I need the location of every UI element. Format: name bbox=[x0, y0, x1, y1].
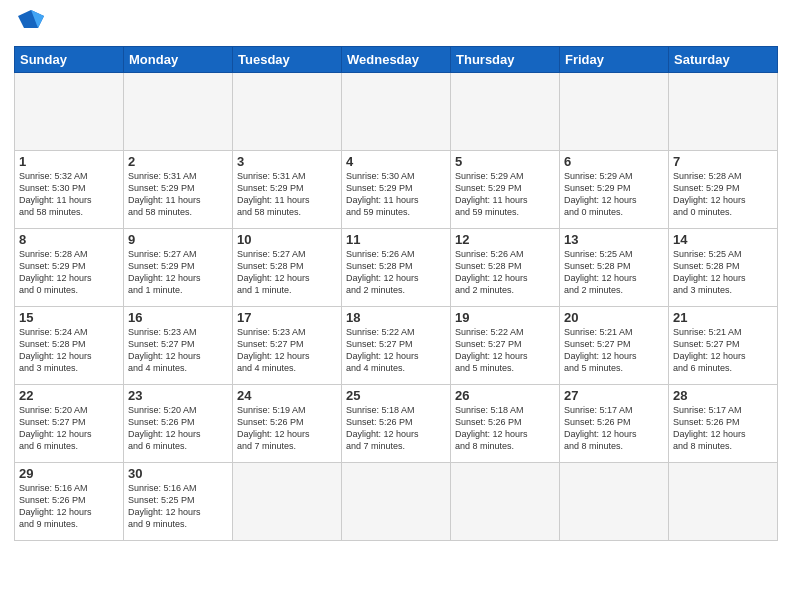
calendar-cell: 9Sunrise: 5:27 AM Sunset: 5:29 PM Daylig… bbox=[124, 229, 233, 307]
calendar-cell: 19Sunrise: 5:22 AM Sunset: 5:27 PM Dayli… bbox=[451, 307, 560, 385]
calendar-container: SundayMondayTuesdayWednesdayThursdayFrid… bbox=[0, 0, 792, 612]
day-info: Sunrise: 5:27 AM Sunset: 5:28 PM Dayligh… bbox=[237, 248, 337, 297]
day-number: 8 bbox=[19, 232, 119, 247]
calendar-cell: 25Sunrise: 5:18 AM Sunset: 5:26 PM Dayli… bbox=[342, 385, 451, 463]
day-number: 25 bbox=[346, 388, 446, 403]
calendar-cell: 20Sunrise: 5:21 AM Sunset: 5:27 PM Dayli… bbox=[560, 307, 669, 385]
day-number: 5 bbox=[455, 154, 555, 169]
day-number: 12 bbox=[455, 232, 555, 247]
calendar-table: SundayMondayTuesdayWednesdayThursdayFrid… bbox=[14, 46, 778, 541]
col-header-monday: Monday bbox=[124, 47, 233, 73]
calendar-cell bbox=[560, 73, 669, 151]
calendar-cell: 14Sunrise: 5:25 AM Sunset: 5:28 PM Dayli… bbox=[669, 229, 778, 307]
day-number: 14 bbox=[673, 232, 773, 247]
day-number: 26 bbox=[455, 388, 555, 403]
calendar-cell: 21Sunrise: 5:21 AM Sunset: 5:27 PM Dayli… bbox=[669, 307, 778, 385]
calendar-cell: 28Sunrise: 5:17 AM Sunset: 5:26 PM Dayli… bbox=[669, 385, 778, 463]
calendar-cell: 12Sunrise: 5:26 AM Sunset: 5:28 PM Dayli… bbox=[451, 229, 560, 307]
day-number: 3 bbox=[237, 154, 337, 169]
day-number: 20 bbox=[564, 310, 664, 325]
day-number: 27 bbox=[564, 388, 664, 403]
calendar-cell: 27Sunrise: 5:17 AM Sunset: 5:26 PM Dayli… bbox=[560, 385, 669, 463]
day-number: 6 bbox=[564, 154, 664, 169]
header bbox=[14, 10, 778, 40]
day-info: Sunrise: 5:28 AM Sunset: 5:29 PM Dayligh… bbox=[673, 170, 773, 219]
day-info: Sunrise: 5:27 AM Sunset: 5:29 PM Dayligh… bbox=[128, 248, 228, 297]
day-number: 21 bbox=[673, 310, 773, 325]
day-info: Sunrise: 5:23 AM Sunset: 5:27 PM Dayligh… bbox=[128, 326, 228, 375]
day-info: Sunrise: 5:24 AM Sunset: 5:28 PM Dayligh… bbox=[19, 326, 119, 375]
calendar-cell bbox=[342, 73, 451, 151]
day-number: 1 bbox=[19, 154, 119, 169]
day-info: Sunrise: 5:22 AM Sunset: 5:27 PM Dayligh… bbox=[455, 326, 555, 375]
day-number: 28 bbox=[673, 388, 773, 403]
day-info: Sunrise: 5:20 AM Sunset: 5:26 PM Dayligh… bbox=[128, 404, 228, 453]
calendar-cell: 3Sunrise: 5:31 AM Sunset: 5:29 PM Daylig… bbox=[233, 151, 342, 229]
day-number: 10 bbox=[237, 232, 337, 247]
day-number: 19 bbox=[455, 310, 555, 325]
calendar-week-row: 1Sunrise: 5:32 AM Sunset: 5:30 PM Daylig… bbox=[15, 151, 778, 229]
calendar-cell: 11Sunrise: 5:26 AM Sunset: 5:28 PM Dayli… bbox=[342, 229, 451, 307]
day-number: 13 bbox=[564, 232, 664, 247]
day-info: Sunrise: 5:19 AM Sunset: 5:26 PM Dayligh… bbox=[237, 404, 337, 453]
col-header-saturday: Saturday bbox=[669, 47, 778, 73]
day-number: 4 bbox=[346, 154, 446, 169]
day-number: 11 bbox=[346, 232, 446, 247]
calendar-cell bbox=[124, 73, 233, 151]
day-info: Sunrise: 5:28 AM Sunset: 5:29 PM Dayligh… bbox=[19, 248, 119, 297]
day-number: 30 bbox=[128, 466, 228, 481]
day-number: 15 bbox=[19, 310, 119, 325]
calendar-cell bbox=[451, 73, 560, 151]
day-info: Sunrise: 5:21 AM Sunset: 5:27 PM Dayligh… bbox=[673, 326, 773, 375]
day-number: 17 bbox=[237, 310, 337, 325]
day-info: Sunrise: 5:16 AM Sunset: 5:26 PM Dayligh… bbox=[19, 482, 119, 531]
calendar-cell: 15Sunrise: 5:24 AM Sunset: 5:28 PM Dayli… bbox=[15, 307, 124, 385]
day-number: 18 bbox=[346, 310, 446, 325]
day-info: Sunrise: 5:25 AM Sunset: 5:28 PM Dayligh… bbox=[673, 248, 773, 297]
calendar-cell: 1Sunrise: 5:32 AM Sunset: 5:30 PM Daylig… bbox=[15, 151, 124, 229]
day-info: Sunrise: 5:25 AM Sunset: 5:28 PM Dayligh… bbox=[564, 248, 664, 297]
logo-icon bbox=[16, 6, 46, 40]
calendar-cell: 22Sunrise: 5:20 AM Sunset: 5:27 PM Dayli… bbox=[15, 385, 124, 463]
calendar-cell: 10Sunrise: 5:27 AM Sunset: 5:28 PM Dayli… bbox=[233, 229, 342, 307]
calendar-cell: 6Sunrise: 5:29 AM Sunset: 5:29 PM Daylig… bbox=[560, 151, 669, 229]
col-header-wednesday: Wednesday bbox=[342, 47, 451, 73]
calendar-cell: 18Sunrise: 5:22 AM Sunset: 5:27 PM Dayli… bbox=[342, 307, 451, 385]
col-header-thursday: Thursday bbox=[451, 47, 560, 73]
day-number: 23 bbox=[128, 388, 228, 403]
day-number: 2 bbox=[128, 154, 228, 169]
calendar-week-row: 8Sunrise: 5:28 AM Sunset: 5:29 PM Daylig… bbox=[15, 229, 778, 307]
day-info: Sunrise: 5:17 AM Sunset: 5:26 PM Dayligh… bbox=[564, 404, 664, 453]
day-number: 7 bbox=[673, 154, 773, 169]
day-info: Sunrise: 5:20 AM Sunset: 5:27 PM Dayligh… bbox=[19, 404, 119, 453]
day-number: 16 bbox=[128, 310, 228, 325]
calendar-cell bbox=[560, 463, 669, 541]
day-info: Sunrise: 5:29 AM Sunset: 5:29 PM Dayligh… bbox=[564, 170, 664, 219]
calendar-cell: 4Sunrise: 5:30 AM Sunset: 5:29 PM Daylig… bbox=[342, 151, 451, 229]
calendar-cell: 8Sunrise: 5:28 AM Sunset: 5:29 PM Daylig… bbox=[15, 229, 124, 307]
calendar-week-row: 29Sunrise: 5:16 AM Sunset: 5:26 PM Dayli… bbox=[15, 463, 778, 541]
calendar-cell: 5Sunrise: 5:29 AM Sunset: 5:29 PM Daylig… bbox=[451, 151, 560, 229]
calendar-cell bbox=[669, 73, 778, 151]
day-info: Sunrise: 5:17 AM Sunset: 5:26 PM Dayligh… bbox=[673, 404, 773, 453]
day-info: Sunrise: 5:22 AM Sunset: 5:27 PM Dayligh… bbox=[346, 326, 446, 375]
day-info: Sunrise: 5:18 AM Sunset: 5:26 PM Dayligh… bbox=[455, 404, 555, 453]
calendar-cell bbox=[669, 463, 778, 541]
day-info: Sunrise: 5:21 AM Sunset: 5:27 PM Dayligh… bbox=[564, 326, 664, 375]
calendar-cell: 7Sunrise: 5:28 AM Sunset: 5:29 PM Daylig… bbox=[669, 151, 778, 229]
calendar-cell: 23Sunrise: 5:20 AM Sunset: 5:26 PM Dayli… bbox=[124, 385, 233, 463]
col-header-sunday: Sunday bbox=[15, 47, 124, 73]
day-number: 24 bbox=[237, 388, 337, 403]
calendar-cell bbox=[15, 73, 124, 151]
calendar-cell: 17Sunrise: 5:23 AM Sunset: 5:27 PM Dayli… bbox=[233, 307, 342, 385]
calendar-week-row: 15Sunrise: 5:24 AM Sunset: 5:28 PM Dayli… bbox=[15, 307, 778, 385]
calendar-cell: 29Sunrise: 5:16 AM Sunset: 5:26 PM Dayli… bbox=[15, 463, 124, 541]
day-info: Sunrise: 5:26 AM Sunset: 5:28 PM Dayligh… bbox=[455, 248, 555, 297]
day-info: Sunrise: 5:18 AM Sunset: 5:26 PM Dayligh… bbox=[346, 404, 446, 453]
calendar-cell bbox=[233, 463, 342, 541]
calendar-cell: 13Sunrise: 5:25 AM Sunset: 5:28 PM Dayli… bbox=[560, 229, 669, 307]
day-info: Sunrise: 5:23 AM Sunset: 5:27 PM Dayligh… bbox=[237, 326, 337, 375]
calendar-week-row bbox=[15, 73, 778, 151]
calendar-header-row: SundayMondayTuesdayWednesdayThursdayFrid… bbox=[15, 47, 778, 73]
calendar-cell bbox=[451, 463, 560, 541]
